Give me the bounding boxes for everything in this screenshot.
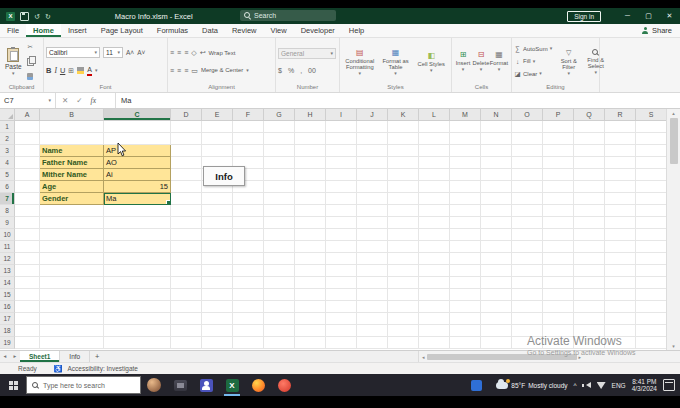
align-right-button[interactable]: ≡ — [184, 66, 188, 75]
cell-F17[interactable] — [233, 313, 264, 325]
cell-G12[interactable] — [264, 253, 295, 265]
cell-D16[interactable] — [171, 301, 202, 313]
cell-I11[interactable] — [326, 241, 357, 253]
row-header-2[interactable]: 2 — [0, 133, 15, 145]
cell-P8[interactable] — [543, 205, 574, 217]
cell-D19[interactable] — [171, 337, 202, 349]
cell-Q5[interactable] — [574, 169, 605, 181]
cell-P7[interactable] — [543, 193, 574, 205]
cell-O19[interactable] — [512, 337, 543, 349]
cell-M1[interactable] — [450, 121, 481, 133]
cell-I14[interactable] — [326, 277, 357, 289]
cell-E13[interactable] — [202, 265, 233, 277]
cell-K1[interactable] — [388, 121, 419, 133]
cell-R5[interactable] — [605, 169, 636, 181]
cell-I5[interactable] — [326, 169, 357, 181]
row-header-14[interactable]: 14 — [0, 277, 15, 289]
cell-M5[interactable] — [450, 169, 481, 181]
column-header-G[interactable]: G — [264, 109, 295, 120]
scroll-left-icon[interactable]: ◂ — [422, 353, 425, 361]
cell-B17[interactable] — [40, 313, 104, 325]
cell-S11[interactable] — [636, 241, 666, 253]
cell-N12[interactable] — [481, 253, 512, 265]
cell-N18[interactable] — [481, 325, 512, 337]
cell-H17[interactable] — [295, 313, 326, 325]
cell-F1[interactable] — [233, 121, 264, 133]
cell-A17[interactable] — [15, 313, 40, 325]
percent-format-button[interactable]: % — [288, 66, 294, 75]
cell-I12[interactable] — [326, 253, 357, 265]
format-as-table-button[interactable]: ▦ Format as Table ▾ — [378, 40, 414, 83]
cell-M11[interactable] — [450, 241, 481, 253]
cell-E12[interactable] — [202, 253, 233, 265]
cell-L11[interactable] — [419, 241, 450, 253]
cell-P9[interactable] — [543, 217, 574, 229]
tray-app-icon[interactable] — [471, 380, 482, 391]
cell-P12[interactable] — [543, 253, 574, 265]
tab-data[interactable]: Data — [195, 24, 225, 37]
cell-H9[interactable] — [295, 217, 326, 229]
cell-E17[interactable] — [202, 313, 233, 325]
cell-K12[interactable] — [388, 253, 419, 265]
cell-O8[interactable] — [512, 205, 543, 217]
cell-E1[interactable] — [202, 121, 233, 133]
format-cells-button[interactable]: ▦ Format ▾ — [490, 40, 508, 83]
cell-A6[interactable] — [15, 181, 40, 193]
tab-page-layout[interactable]: Page Layout — [94, 24, 150, 37]
horizontal-scrollbar[interactable]: ◂ ▸ — [418, 351, 680, 362]
currency-format-button[interactable]: $ — [278, 66, 282, 75]
cell-C4[interactable]: AO — [104, 157, 171, 169]
cell-D4[interactable] — [171, 157, 202, 169]
cell-K14[interactable] — [388, 277, 419, 289]
cell-J8[interactable] — [357, 205, 388, 217]
cell-D18[interactable] — [171, 325, 202, 337]
task-view-icon[interactable] — [167, 374, 193, 396]
cell-K9[interactable] — [388, 217, 419, 229]
save-icon[interactable] — [20, 12, 29, 21]
undo-icon[interactable]: ↺ — [34, 12, 40, 21]
cell-R15[interactable] — [605, 289, 636, 301]
cell-J17[interactable] — [357, 313, 388, 325]
cell-K13[interactable] — [388, 265, 419, 277]
cell-J1[interactable] — [357, 121, 388, 133]
cell-G19[interactable] — [264, 337, 295, 349]
weather-widget[interactable]: 85°F Mostly cloudy — [496, 382, 567, 389]
cell-S16[interactable] — [636, 301, 666, 313]
decimal-format-button[interactable]: 00 — [308, 66, 316, 75]
cell-B6[interactable]: Age — [40, 181, 104, 193]
row-header-17[interactable]: 17 — [0, 313, 15, 325]
cell-R4[interactable] — [605, 157, 636, 169]
row-header-7[interactable]: 7 — [0, 193, 15, 205]
cell-E9[interactable] — [202, 217, 233, 229]
cell-N6[interactable] — [481, 181, 512, 193]
cell-B7[interactable]: Gender — [40, 193, 104, 205]
cell-O17[interactable] — [512, 313, 543, 325]
cell-R18[interactable] — [605, 325, 636, 337]
cell-R11[interactable] — [605, 241, 636, 253]
cell-L2[interactable] — [419, 133, 450, 145]
cell-B14[interactable] — [40, 277, 104, 289]
cell-B8[interactable] — [40, 205, 104, 217]
cell-M3[interactable] — [450, 145, 481, 157]
cell-C5[interactable]: Ai — [104, 169, 171, 181]
tab-home[interactable]: Home — [26, 24, 61, 37]
cell-L10[interactable] — [419, 229, 450, 241]
taskbar-clock[interactable]: 8:41 PM 4/3/2024 — [632, 378, 657, 393]
cell-D1[interactable] — [171, 121, 202, 133]
cell-C13[interactable] — [104, 265, 171, 277]
cell-O15[interactable] — [512, 289, 543, 301]
cell-F18[interactable] — [233, 325, 264, 337]
cell-A4[interactable] — [15, 157, 40, 169]
grow-font-button[interactable]: A˄ — [126, 49, 134, 56]
font-name-select[interactable]: Calibri ▾ — [46, 47, 100, 58]
cell-G16[interactable] — [264, 301, 295, 313]
sheet-nav-left-icon[interactable]: ◂ — [0, 351, 10, 362]
cell-A8[interactable] — [15, 205, 40, 217]
cell-L3[interactable] — [419, 145, 450, 157]
cell-G5[interactable] — [264, 169, 295, 181]
cell-J12[interactable] — [357, 253, 388, 265]
cell-N16[interactable] — [481, 301, 512, 313]
cell-M14[interactable] — [450, 277, 481, 289]
cell-H19[interactable] — [295, 337, 326, 349]
column-header-Q[interactable]: Q — [574, 109, 605, 120]
